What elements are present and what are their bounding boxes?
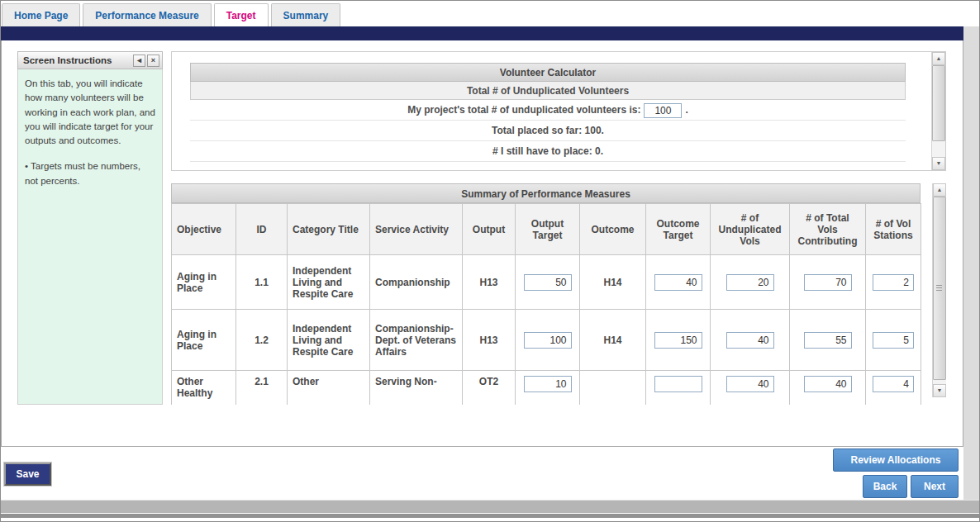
unduplicated-vols-input[interactable] <box>726 332 774 349</box>
footer-bar <box>1 500 980 513</box>
category-title-cell: Independent Living and Respite Care <box>288 255 370 310</box>
summary-header-row: Objective ID Category Title Service Acti… <box>172 204 921 255</box>
objective-cell: Aging in Place <box>172 255 236 310</box>
back-button[interactable]: Back <box>863 475 907 498</box>
panel-close-icon[interactable]: × <box>147 55 159 67</box>
col-header-unduplicated-vols: # of Unduplicated Vols <box>711 204 790 255</box>
vol-stations-input[interactable] <box>873 274 914 291</box>
vol-stations-cell <box>866 255 921 310</box>
footer-divider <box>1 514 980 518</box>
output-target-input[interactable] <box>524 332 572 349</box>
outcome-target-input[interactable] <box>654 332 702 349</box>
summary-scrollbar-thumb[interactable] <box>933 197 946 380</box>
output-target-cell <box>516 310 580 371</box>
col-header-output-target: Output Target <box>516 204 580 255</box>
scroll-down-icon[interactable]: ▼ <box>932 157 945 170</box>
outcome-cell: H14 <box>580 310 646 371</box>
calculator-input-label: My project's total # of unduplicated vol… <box>407 104 640 116</box>
screen-instructions-panel: Screen Instructions ◄ × On this tab, you… <box>17 51 163 405</box>
calculator-scrollbar[interactable]: ▲ ▼ <box>931 52 945 170</box>
table-row: Other Healthy 2.1 Other Serving Non- OT2 <box>172 371 921 406</box>
total-vols-input[interactable] <box>804 274 852 291</box>
unduplicated-vols-cell <box>711 310 790 371</box>
service-activity-cell: Companionship-Dept. of Veterans Affairs <box>370 310 463 371</box>
calculator-subtitle: Total # of Unduplicated Volunteers <box>190 82 906 100</box>
vol-stations-input[interactable] <box>873 332 914 349</box>
review-allocations-button[interactable]: Review Allocations <box>833 448 959 472</box>
instructions-paragraph: On this tab, you will indicate how many … <box>25 77 155 148</box>
volunteer-calculator-table: Volunteer Calculator Total # of Unduplic… <box>190 63 906 162</box>
objective-cell: Aging in Place <box>172 310 236 371</box>
volunteer-calculator-panel: Volunteer Calculator Total # of Unduplic… <box>171 51 946 171</box>
performance-measures-panel: Summary of Performance Measures Objectiv… <box>171 183 946 405</box>
header-bar <box>1 26 963 40</box>
output-target-cell <box>516 255 580 310</box>
tab-performance-measure[interactable]: Performance Measure <box>83 3 211 26</box>
summary-scrollbar-track[interactable] <box>933 197 946 384</box>
outcome-target-input[interactable] <box>654 274 702 291</box>
calculator-title: Volunteer Calculator <box>190 63 906 82</box>
total-vols-input[interactable] <box>804 376 852 392</box>
summary-scrollbar[interactable]: ▲ ▼ <box>932 183 946 397</box>
save-button[interactable]: Save <box>4 463 51 486</box>
total-placed-text: Total placed so far: 100. <box>190 121 906 141</box>
output-cell: H13 <box>463 310 516 371</box>
scroll-down-icon[interactable]: ▼ <box>933 384 946 397</box>
output-target-input[interactable] <box>524 274 572 291</box>
service-activity-cell: Companionship <box>370 255 463 310</box>
calculator-input-suffix: . <box>685 104 687 116</box>
table-row: Aging in Place 1.2 Independent Living an… <box>172 310 921 371</box>
unduplicated-vols-input[interactable] <box>726 376 774 392</box>
tab-home-page[interactable]: Home Page <box>2 3 80 26</box>
screen-instructions-title: Screen Instructions <box>23 55 112 65</box>
tab-summary[interactable]: Summary <box>271 3 341 26</box>
unduplicated-vols-input[interactable] <box>726 274 774 291</box>
col-header-category-title: Category Title <box>288 204 370 255</box>
vol-stations-cell <box>866 371 921 406</box>
vol-stations-input[interactable] <box>873 376 914 392</box>
app-window: Home Page Performance Measure Target Sum… <box>0 0 980 522</box>
unduplicated-vols-cell <box>711 255 790 310</box>
unduplicated-vols-cell <box>711 371 790 406</box>
calculator-input-row: My project's total # of unduplicated vol… <box>190 100 906 121</box>
table-row: Aging in Place 1.1 Independent Living an… <box>172 255 921 310</box>
scroll-up-icon[interactable]: ▲ <box>933 183 946 197</box>
category-title-cell: Other <box>288 371 370 406</box>
content-area: Screen Instructions ◄ × On this tab, you… <box>1 40 963 447</box>
summary-table: Objective ID Category Title Service Acti… <box>171 203 921 405</box>
unduplicated-volunteers-input[interactable] <box>644 103 682 118</box>
output-target-input[interactable] <box>524 376 572 392</box>
outcome-cell: H14 <box>580 255 646 310</box>
scrollbar-grip <box>936 285 942 292</box>
id-cell: 2.1 <box>236 371 288 406</box>
calculator-scrollbar-track[interactable] <box>932 65 945 157</box>
total-vols-cell <box>790 371 866 406</box>
id-cell: 1.2 <box>236 310 288 371</box>
summary-table-title: Summary of Performance Measures <box>171 183 921 203</box>
right-gutter <box>963 26 980 500</box>
panel-collapse-icon[interactable]: ◄ <box>133 55 145 67</box>
total-vols-cell <box>790 310 866 371</box>
scroll-up-icon[interactable]: ▲ <box>932 52 945 65</box>
total-vols-input[interactable] <box>804 332 852 349</box>
col-header-outcome-target: Outcome Target <box>646 204 711 255</box>
calculator-scrollbar-thumb[interactable] <box>932 65 945 141</box>
output-cell: OT2 <box>463 371 516 406</box>
col-header-id: ID <box>236 204 288 255</box>
vol-stations-cell <box>866 310 921 371</box>
next-button[interactable]: Next <box>911 475 959 498</box>
col-header-objective: Objective <box>172 204 236 255</box>
col-header-service-activity: Service Activity <box>370 204 463 255</box>
outcome-target-input[interactable] <box>654 376 702 392</box>
col-header-output: Output <box>463 204 516 255</box>
tab-target[interactable]: Target <box>214 3 269 26</box>
category-title-cell: Independent Living and Respite Care <box>288 310 370 371</box>
total-vols-cell <box>790 255 866 310</box>
output-cell: H13 <box>463 255 516 310</box>
output-target-cell <box>516 371 580 406</box>
objective-cell: Other Healthy <box>172 371 236 406</box>
screen-instructions-body: On this tab, you will indicate how many … <box>17 69 163 405</box>
outcome-cell <box>580 371 646 406</box>
instructions-note: • Targets must be numbers, not percents. <box>25 159 155 188</box>
service-activity-cell: Serving Non- <box>370 371 463 406</box>
